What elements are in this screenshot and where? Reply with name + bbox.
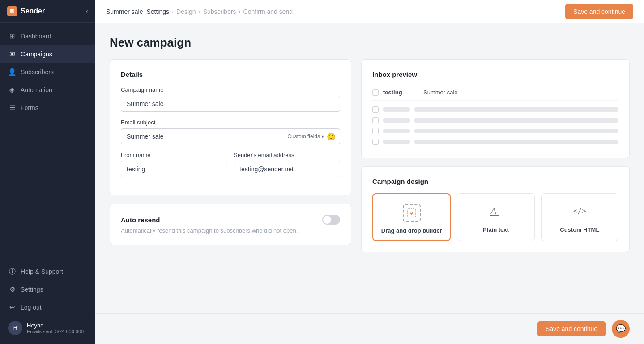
chevron-icon-3: › [239, 8, 241, 15]
sidebar-header: ✉ Sender ‹ [0, 0, 95, 23]
campaign-name-label: Campaign name [121, 86, 340, 93]
user-section: H Heyhd Emails sent: 3/24 000 000 [0, 316, 95, 340]
skeleton-checkbox [372, 139, 379, 145]
sender-email-label: Sender's email address [234, 152, 340, 158]
skeleton-text [414, 118, 618, 123]
skeleton-text [414, 129, 618, 133]
breadcrumb-design[interactable]: Design [176, 8, 196, 15]
auto-resend-toggle[interactable] [322, 215, 340, 225]
campaigns-icon: ✉ [8, 50, 16, 58]
inbox-preview-card: Inbox preview testing Summer sale [361, 59, 630, 158]
forms-icon: ☰ [8, 104, 16, 112]
sidebar-item-automation[interactable]: ◈ Automation [0, 81, 95, 99]
logo-icon: ✉ [7, 6, 17, 16]
custom-html-icon: </> [572, 204, 587, 221]
sender-email-group: Sender's email address [234, 152, 340, 184]
topbar-right: Save and continue [565, 4, 633, 19]
preview-sender-name: testing [383, 89, 419, 96]
two-column-layout: Details Campaign name Email subject Cust… [110, 59, 630, 252]
main-nav: ⊞ Dashboard ✉ Campaigns 👤 Subscribers ◈ … [0, 23, 95, 258]
sidebar-item-logout[interactable]: ↩ Log out [0, 298, 95, 316]
skeleton-checkbox [372, 117, 379, 123]
chat-icon: 💬 [616, 324, 626, 334]
breadcrumb-confirm[interactable]: Confirm and send [243, 8, 293, 15]
sidebar-item-forms[interactable]: ☰ Forms [0, 99, 95, 117]
avatar: H [8, 321, 22, 335]
sidebar-item-label: Campaigns [21, 51, 52, 58]
settings-icon: ⚙ [8, 285, 16, 293]
dashboard-icon: ⊞ [8, 32, 16, 40]
design-options: Drag and drop builder A Plain text [372, 193, 618, 241]
preview-skeleton-row-1 [372, 104, 618, 115]
main-area: Summer sale Settings › Design › Subscrib… [95, 0, 644, 344]
chat-button[interactable]: 💬 [612, 320, 630, 338]
campaign-name-group: Campaign name [121, 86, 340, 112]
user-name: Heyhd [27, 322, 84, 329]
breadcrumb-subscribers[interactable]: Subscribers [203, 8, 236, 15]
sidebar-item-dashboard[interactable]: ⊞ Dashboard [0, 27, 95, 45]
automation-icon: ◈ [8, 86, 16, 94]
auto-resend-description: Automatically resend this campaign to su… [121, 227, 340, 234]
sidebar-bottom: ⓘ Help & Support ⚙ Settings ↩ Log out H … [0, 258, 95, 344]
sidebar-item-campaigns[interactable]: ✉ Campaigns [0, 45, 95, 63]
skeleton-checkbox [372, 106, 379, 113]
campaign-design-title: Campaign design [372, 178, 618, 185]
campaign-title: Summer sale [106, 8, 143, 15]
skeleton-text [414, 140, 618, 144]
details-card: Details Campaign name Email subject Cust… [110, 59, 351, 195]
user-info: Heyhd Emails sent: 3/24 000 000 [27, 322, 84, 334]
skeleton-text [414, 107, 618, 112]
sidebar-collapse-button[interactable]: ‹ [86, 7, 88, 15]
sidebar-item-subscribers[interactable]: 👤 Subscribers [0, 63, 95, 81]
sidebar-item-help[interactable]: ⓘ Help & Support [0, 263, 95, 280]
sender-email-input[interactable] [234, 161, 340, 177]
skeleton-checkbox [372, 128, 379, 134]
preview-skeleton-row-4 [372, 136, 618, 147]
emoji-button[interactable]: 🙂 [327, 132, 336, 141]
from-name-group: From name [121, 152, 227, 177]
app-logo: ✉ Sender [7, 6, 45, 16]
auto-resend-header: Auto resend [121, 215, 340, 225]
app-name: Sender [21, 7, 45, 15]
chevron-icon-2: › [199, 8, 200, 15]
svg-rect-0 [408, 209, 416, 217]
content-area: New campaign Details Campaign name Email… [95, 23, 644, 313]
skeleton-name [383, 140, 410, 144]
design-option-plain-text-label: Plain text [483, 226, 509, 233]
sidebar-item-label: Settings [21, 286, 43, 293]
right-column: Inbox preview testing Summer sale [361, 59, 630, 252]
auto-resend-card: Auto resend Automatically resend this ca… [110, 204, 351, 245]
page-title: New campaign [110, 36, 630, 50]
design-option-drag-drop[interactable]: Drag and drop builder [372, 193, 451, 241]
topbar-save-button[interactable]: Save and continue [565, 4, 633, 19]
subscribers-icon: 👤 [8, 68, 16, 76]
campaign-name-input[interactable] [121, 96, 340, 112]
custom-fields-label: Custom fields [287, 133, 320, 140]
breadcrumb-settings[interactable]: Settings [146, 8, 169, 15]
inbox-preview-main-row: testing Summer sale [372, 86, 618, 101]
sidebar-item-label: Help & Support [21, 268, 63, 275]
logout-icon: ↩ [8, 303, 16, 311]
custom-fields-button[interactable]: Custom fields ▾ [287, 133, 324, 140]
design-option-plain-text[interactable]: A Plain text [457, 193, 534, 241]
bottom-save-button[interactable]: Save and continue [537, 321, 606, 336]
help-icon: ⓘ [8, 268, 16, 276]
from-name-input[interactable] [121, 161, 227, 177]
design-option-drag-drop-label: Drag and drop builder [381, 227, 442, 234]
design-option-custom-html[interactable]: </> Custom HTML [541, 193, 618, 241]
sidebar-item-label: Automation [21, 86, 52, 93]
sidebar-item-settings[interactable]: ⚙ Settings [0, 280, 95, 298]
email-subject-group: Email subject Custom fields ▾ 🙂 [121, 119, 340, 144]
sidebar: ✉ Sender ‹ ⊞ Dashboard ✉ Campaigns 👤 Sub… [0, 0, 95, 344]
sidebar-item-label: Log out [21, 304, 42, 311]
sidebar-item-label: Forms [21, 104, 38, 111]
plain-text-icon: A [489, 204, 503, 221]
drag-drop-icon [403, 204, 421, 222]
preview-subject: Summer sale [423, 89, 458, 96]
skeleton-name [383, 107, 410, 112]
topbar-left: Summer sale Settings › Design › Subscrib… [106, 8, 293, 15]
skeleton-name [383, 118, 410, 123]
user-emails-sent: Emails sent: 3/24 000 000 [27, 329, 84, 334]
inbox-preview-title: Inbox preview [372, 71, 618, 78]
left-column: Details Campaign name Email subject Cust… [110, 59, 351, 252]
